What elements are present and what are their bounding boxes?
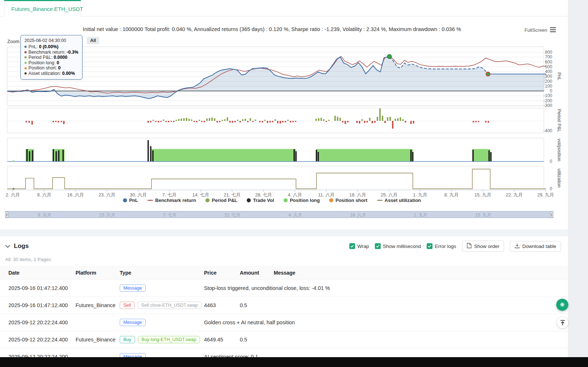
navigator-label: 1. 九月: [414, 212, 427, 218]
badge-neutral[interactable]: Sell close-ETH_USDT.swap: [138, 302, 201, 309]
table-row: 2025-09-16 01:47:12.400Futures_BinanceSe…: [0, 297, 568, 314]
svg-text:utilization: utilization: [557, 168, 562, 187]
legend-item-trade-vol[interactable]: Trade Vol: [247, 198, 274, 203]
badge-sell[interactable]: Sell: [120, 302, 135, 309]
legend-label: Benchmark return: [155, 198, 196, 203]
svg-text:300: 300: [545, 74, 552, 79]
file-icon: [467, 243, 472, 249]
navigator-handle-right[interactable]: [550, 212, 553, 217]
navigator-label: 9. 六月: [38, 212, 51, 218]
logs-controls: WrapShow millisecondError logsShow order…: [349, 241, 561, 252]
performance-chart: 8007006005004003002001000-100-200-300PnL…: [0, 46, 568, 199]
svg-text:8. 九月: 8. 九月: [445, 192, 459, 198]
fullscreen-button[interactable]: FullScreen: [524, 27, 547, 33]
tooltip-series-label: Position long:: [28, 60, 55, 66]
tooltip-series-value: 0.0000: [53, 55, 68, 60]
svg-text:21. 七月: 21. 七月: [224, 192, 241, 198]
svg-text:800: 800: [545, 50, 552, 55]
svg-text:100: 100: [545, 84, 552, 89]
svg-text:400: 400: [545, 69, 552, 74]
column-header-message: Message: [274, 270, 568, 276]
svg-text:4. 八月: 4. 八月: [288, 192, 302, 198]
checkbox-icon: [349, 243, 355, 249]
cell-date: 2025-09-16 01:47:12.400: [8, 285, 76, 291]
cell-date: 2025-09-12 20:22:24.400: [8, 320, 76, 325]
checkbox-label: Show millisecond: [383, 244, 421, 249]
navigator-label: 18. 八月: [350, 212, 366, 218]
svg-text:29. 九月: 29. 九月: [537, 192, 554, 198]
logs-table-header: DatePlatformTypePriceAmountMessage: [0, 266, 568, 280]
chart-navigator[interactable]: 9. 六月23. 六月7. 七月21. 七月4. 八月18. 八月1. 九月15…: [5, 211, 553, 218]
taskbar-strip: [0, 357, 588, 367]
backtest-stats-line: Initial net value : 1000000 Total profit…: [0, 26, 544, 32]
checkbox-show-millisecond[interactable]: Show millisecond: [375, 243, 421, 249]
legend-marker: [123, 198, 127, 202]
legend-label: PnL: [129, 198, 138, 203]
checkbox-wrap[interactable]: Wrap: [349, 243, 369, 249]
svg-text:16. 六月: 16. 六月: [67, 192, 84, 198]
svg-text:2. 六月: 2. 六月: [6, 192, 20, 198]
svg-text:0: 0: [550, 159, 552, 164]
legend-marker: [329, 198, 333, 202]
cell-message: Stop-loss triggered, unconditional close…: [204, 285, 568, 291]
cell-amount: 0.5: [240, 337, 274, 343]
legend-item-benchmark-return[interactable]: Benchmark return: [147, 198, 196, 203]
tooltip-series-label: PnL:: [28, 44, 38, 50]
legend-item-pnl[interactable]: PnL: [123, 198, 138, 203]
tab-futures-binance-eth-usdt[interactable]: Futures_Binance.ETH_USDT: [4, 0, 81, 16]
tooltip-series-dot: [24, 67, 27, 69]
svg-text:-300: -300: [543, 103, 552, 108]
cell-price: 4463: [204, 302, 240, 308]
logs-section: Logs WrapShow millisecondError logsShow …: [0, 236, 568, 366]
badge-buydet[interactable]: Buy long-ETH_USDT.swap: [138, 336, 200, 343]
svg-text:200: 200: [545, 79, 552, 84]
badge-buy[interactable]: Buy: [120, 336, 135, 343]
scroll-to-top-button[interactable]: [557, 317, 568, 328]
svg-text:PnL: PnL: [557, 72, 562, 80]
badge-message[interactable]: Message: [120, 284, 146, 292]
svg-text:700: 700: [545, 54, 552, 60]
svg-text:0: 0: [550, 88, 552, 93]
svg-text:Period P&L: Period P&L: [557, 109, 562, 132]
badge-message[interactable]: Message: [120, 319, 146, 326]
svg-text:28. 七月: 28. 七月: [255, 192, 272, 198]
navigator-label: 15. 九月: [475, 212, 491, 218]
tab-bar: Futures_Binance.ETH_USDT: [0, 0, 568, 16]
tooltip-series-dot: [24, 56, 27, 58]
svg-text:22. 九月: 22. 九月: [506, 192, 523, 198]
legend-item-asset-utilization[interactable]: Asset utilization: [377, 198, 421, 203]
tooltip-series-label: Period P&L:: [28, 55, 53, 60]
chart-menu-icon[interactable]: [550, 27, 556, 34]
legend-label: Asset utilization: [385, 198, 421, 203]
tooltip-series-label: Benchmark return:: [28, 50, 65, 55]
logs-collapse-chevron-icon[interactable]: [5, 243, 10, 249]
cell-platform: Futures_Binance: [76, 302, 120, 308]
download-table-button[interactable]: Download table: [510, 241, 561, 252]
navigator-handle-left[interactable]: [5, 212, 8, 217]
svg-text:23. 六月: 23. 六月: [99, 192, 115, 198]
column-header-amount: Amount: [240, 270, 274, 276]
legend-marker: [205, 198, 210, 202]
legend-item-position-short[interactable]: Position short: [329, 198, 367, 203]
cell-type: Message: [120, 284, 204, 292]
assistant-icon: ❋: [560, 301, 565, 308]
svg-text:0: 0: [550, 186, 552, 191]
tab-label: Futures_Binance.ETH_USDT: [11, 6, 83, 12]
cell-type: Message: [120, 319, 204, 326]
cell-platform: Futures_Binance: [76, 337, 120, 343]
scroll-top-icon: [560, 320, 565, 326]
show-order-button[interactable]: Show order: [462, 241, 504, 252]
navigator-label: 21. 七月: [224, 212, 241, 218]
assistant-fab-button[interactable]: ❋: [556, 299, 568, 311]
checkbox-icon: [375, 243, 381, 249]
zoom-all-button[interactable]: All: [87, 37, 99, 44]
svg-text:vol/position: vol/position: [557, 138, 562, 161]
tooltip-series-dot: [24, 72, 27, 74]
tooltip-series-value: 0: [57, 65, 61, 71]
legend-item-period-p-l[interactable]: Period P&L: [205, 198, 237, 203]
tooltip-series-value: -0.3%: [65, 50, 78, 55]
checkbox-error-logs[interactable]: Error logs: [427, 243, 456, 249]
legend-item-position-long[interactable]: Position long: [284, 198, 320, 203]
tooltip-series-value: 0.00%: [61, 71, 75, 76]
legend-label: Trade Vol: [253, 198, 274, 203]
